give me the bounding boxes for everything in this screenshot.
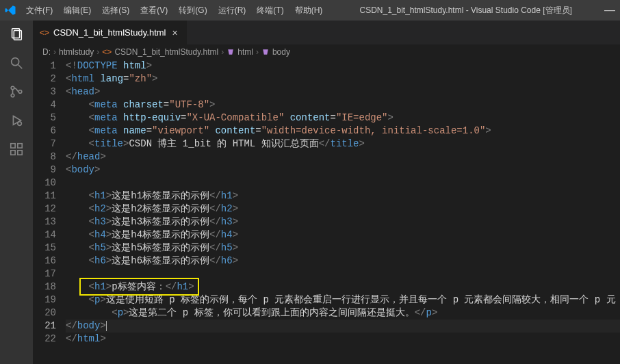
symbol-icon xyxy=(227,48,235,56)
editor-area: <> CSDN_1_bit_htmlStudy.html × D: › html… xyxy=(33,21,620,364)
svg-rect-10 xyxy=(11,151,15,155)
code-line[interactable] xyxy=(66,177,620,190)
menu-run[interactable]: 运行(R) xyxy=(213,2,252,19)
code-line[interactable]: <body> xyxy=(66,164,620,177)
code-line[interactable]: </html> xyxy=(66,333,620,346)
extensions-icon[interactable] xyxy=(7,140,26,159)
code-line[interactable]: <html lang="zh"> xyxy=(66,73,620,86)
html-file-icon: <> xyxy=(102,47,112,57)
code-line[interactable]: <h3>这是h3标签显示的示例</h3> xyxy=(66,216,620,229)
svg-point-2 xyxy=(12,58,19,66)
code-line[interactable]: <head> xyxy=(66,86,620,99)
code-line[interactable]: <!DOCTYPE html> xyxy=(66,60,620,73)
svg-point-5 xyxy=(11,94,14,97)
code-line[interactable]: <h1>p标签内容：</h1> xyxy=(66,281,620,294)
html-file-icon: <> xyxy=(40,28,49,38)
svg-rect-11 xyxy=(18,151,22,155)
breadcrumb-part[interactable]: htmlstudy xyxy=(59,47,94,57)
svg-point-4 xyxy=(11,86,14,90)
line-number-gutter: 12345678910111213141516171819202122 xyxy=(33,60,66,364)
code-line[interactable]: </body> xyxy=(66,320,620,333)
text-cursor xyxy=(106,321,107,331)
menu-go[interactable]: 转到(G) xyxy=(173,2,212,19)
code-line[interactable]: <h1>这是h1标签显示的示例</h1> xyxy=(66,190,620,203)
activity-bar xyxy=(0,21,33,364)
code-line[interactable]: </head> xyxy=(66,151,620,164)
explorer-icon[interactable] xyxy=(7,25,26,44)
svg-line-3 xyxy=(18,65,23,69)
menu-bar: 文件(F) 编辑(E) 选择(S) 查看(V) 转到(G) 运行(R) 终端(T… xyxy=(21,2,328,19)
vscode-logo-icon xyxy=(4,4,16,16)
symbol-icon xyxy=(261,48,270,56)
code-line[interactable]: <h4>这是h4标签显示的示例</h4> xyxy=(66,229,620,242)
source-control-icon[interactable] xyxy=(7,82,26,101)
close-icon[interactable]: × xyxy=(170,27,180,38)
code-line[interactable]: <h5>这是h5标签显示的示例</h5> xyxy=(66,242,620,255)
svg-point-6 xyxy=(18,90,22,94)
code-line[interactable]: <h6>这是h6标签显示的示例</h6> xyxy=(66,255,620,268)
chevron-right-icon: › xyxy=(53,47,56,57)
menu-select[interactable]: 选择(S) xyxy=(96,2,135,19)
chevron-right-icon: › xyxy=(256,47,259,57)
svg-rect-12 xyxy=(18,144,22,148)
svg-rect-9 xyxy=(11,144,15,148)
code-line[interactable]: <p>这是使用短路 p 标签的示例，每个 p 元素都会重启一行进行显示，并且每一… xyxy=(66,294,620,307)
breadcrumb-part[interactable]: CSDN_1_bit_htmlStudy.html xyxy=(114,47,218,57)
breadcrumb-part[interactable]: html xyxy=(237,47,253,57)
tab-bar: <> CSDN_1_bit_htmlStudy.html × xyxy=(33,21,620,44)
code-line[interactable]: <title>CSDN 博主 1_bit 的 HTML 知识汇总页面</titl… xyxy=(66,138,620,151)
menu-edit[interactable]: 编辑(E) xyxy=(58,2,96,19)
svg-marker-7 xyxy=(13,116,21,125)
titlebar: 文件(F) 编辑(E) 选择(S) 查看(V) 转到(G) 运行(R) 终端(T… xyxy=(0,0,620,21)
breadcrumb[interactable]: D: › htmlstudy › <> CSDN_1_bit_htmlStudy… xyxy=(33,44,620,60)
menu-help[interactable]: 帮助(H) xyxy=(289,2,328,19)
chevron-right-icon: › xyxy=(96,47,99,57)
menu-view[interactable]: 查看(V) xyxy=(135,2,173,19)
chevron-right-icon: › xyxy=(221,47,224,57)
code-line[interactable]: <h2>这是h2标签显示的示例</h2> xyxy=(66,203,620,216)
code-line[interactable] xyxy=(66,268,620,281)
svg-point-8 xyxy=(18,122,22,126)
minimize-icon[interactable]: — xyxy=(604,4,616,16)
tab-filename: CSDN_1_bit_htmlStudy.html xyxy=(53,27,166,38)
breadcrumb-part[interactable]: body xyxy=(272,47,290,57)
menu-file[interactable]: 文件(F) xyxy=(21,2,58,19)
search-icon[interactable] xyxy=(7,53,26,73)
window-title: CSDN_1_bit_htmlStudy.html - Visual Studi… xyxy=(328,5,604,16)
breadcrumb-part[interactable]: D: xyxy=(42,47,51,57)
code-editor[interactable]: 12345678910111213141516171819202122 <!DO… xyxy=(33,60,620,364)
code-line[interactable]: <meta http-equiv="X-UA-Compatible" conte… xyxy=(66,112,620,125)
code-content[interactable]: <!DOCTYPE html><html lang="zh"><head> <m… xyxy=(66,60,620,364)
code-line[interactable]: <meta charset="UTF-8"> xyxy=(66,99,620,112)
editor-tab[interactable]: <> CSDN_1_bit_htmlStudy.html × xyxy=(33,21,188,44)
code-line[interactable]: <p>这是第二个 p 标签，你可以看到跟上面的内容之间间隔还是挺大。</p> xyxy=(66,307,620,320)
run-debug-icon[interactable] xyxy=(7,111,26,130)
menu-terminal[interactable]: 终端(T) xyxy=(251,2,289,19)
code-line[interactable]: <meta name="viewport" content="width=dev… xyxy=(66,125,620,138)
